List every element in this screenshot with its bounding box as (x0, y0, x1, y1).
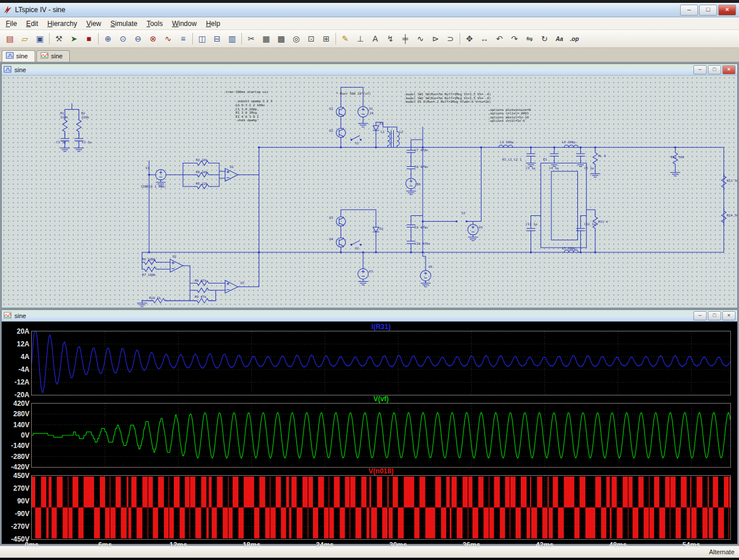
tab-schematic-sine[interactable]: sine (2, 50, 35, 62)
menu-file[interactable]: File (1, 18, 21, 29)
inductor-button[interactable]: ∿ (413, 31, 428, 46)
x-tick-label: 24ms (316, 541, 334, 549)
schematic-maximize-button[interactable]: □ (708, 65, 721, 74)
menu-window[interactable]: Window (167, 18, 201, 29)
move-button[interactable]: ✥ (462, 31, 477, 46)
diode-button[interactable]: ⊳ (428, 31, 443, 46)
svg-text:* Rser 500 10^(vf): * Rser 500 10^(vf) (336, 92, 371, 95)
schematic-window-titlebar[interactable]: sine – □ × (2, 64, 737, 76)
svg-text:R5 22k: R5 22k (196, 182, 208, 185)
redo-button[interactable]: ↷ (507, 31, 522, 46)
y-tick-label: 140V (13, 421, 29, 429)
y-tick-label: -20A (14, 391, 29, 399)
open-file-button[interactable]: ▱ (17, 31, 32, 46)
svg-text:D1: D1 (379, 122, 383, 125)
mdi-area: sine – □ × (0, 62, 739, 546)
schematic-minimize-button[interactable]: – (693, 65, 707, 74)
zoom-out-button[interactable]: ⊖ (130, 31, 145, 46)
schematic-spice-directives: .tran 100ms startup uic.subckt opamp 1 2… (224, 90, 531, 123)
resistor-button[interactable]: ↯ (383, 31, 398, 46)
copy-button[interactable]: ▦ (259, 31, 274, 46)
plot-pane-2: 420V280V140V0V-140V-280V-420V (3, 404, 730, 467)
draw-wire-button[interactable]: ✎ (338, 31, 353, 46)
waveform-icon (3, 312, 12, 320)
toolbar-separator (241, 33, 242, 44)
y-tick-label: 90V (17, 497, 29, 505)
x-tick-label: 30ms (389, 541, 407, 549)
svg-text:R12 560: R12 560 (671, 155, 684, 159)
menu-edit[interactable]: Edit (21, 18, 43, 29)
tab-waveform-sine[interactable]: sine (36, 50, 70, 62)
trace-1 (32, 331, 730, 393)
svg-text:S3: S3 (461, 211, 465, 215)
ltspice-main-window: LTspice IV - sine – □ × FileEditHierarch… (0, 0, 739, 560)
autorange-y-axis-button[interactable]: ∿ (161, 31, 176, 46)
svg-text:110k: 110k (60, 115, 68, 119)
toolbar-separator (192, 33, 193, 44)
rotate-button[interactable]: ↻ (537, 31, 552, 46)
control-panel-button[interactable]: ⚒ (51, 31, 66, 46)
waveform-maximize-button[interactable]: □ (708, 311, 721, 320)
paste-button[interactable]: ▩ (274, 31, 289, 46)
svg-text:Q4: Q4 (329, 237, 333, 241)
minimize-button[interactable]: – (680, 5, 698, 16)
component-button[interactable]: ⊃ (443, 31, 458, 46)
ground-button[interactable]: ⊥ (353, 31, 368, 46)
window-title: LTspice IV - sine (15, 6, 680, 14)
schematic-icon (6, 52, 14, 60)
menu-view[interactable]: View (81, 18, 106, 29)
print-button[interactable]: ⊞ (319, 31, 334, 46)
label-net-button[interactable]: A (368, 31, 383, 46)
plot-area-1[interactable] (32, 331, 730, 395)
menubar: FileEditHierarchyViewSimulateToolsWindow… (0, 17, 739, 30)
zoom-area-button[interactable]: ⊙ (115, 31, 130, 46)
tile-vertically-button[interactable]: ◫ (195, 31, 210, 46)
schematic-close-button[interactable]: × (722, 65, 736, 74)
y-tick-label: 4A (21, 353, 29, 361)
toolbar-separator (460, 33, 460, 44)
menu-simulate[interactable]: Simulate (106, 18, 142, 29)
plot-area-3[interactable] (32, 476, 730, 539)
svg-text:R31 4: R31 4 (598, 220, 608, 223)
capacitor-button[interactable]: ╪ (398, 31, 413, 46)
run-button[interactable]: ➤ (66, 31, 81, 46)
x-tick-label: 42ms (536, 541, 554, 549)
zoom-full-extents-button[interactable]: ⊗ (145, 31, 161, 46)
print-preview-button[interactable]: ⊡ (304, 31, 319, 46)
zoom-in-button[interactable]: ⊕ (100, 31, 115, 46)
mirror-button[interactable]: ⇋ (522, 31, 537, 46)
schematic-window: sine – □ × (1, 64, 738, 308)
save-button[interactable]: ▣ (32, 31, 47, 46)
drag-button[interactable]: ↔ (477, 31, 492, 46)
svg-text:R10 1k: R10 1k (149, 296, 161, 300)
tile-horizontally-button[interactable]: ⊟ (210, 31, 225, 46)
svg-text:D2: D2 (379, 227, 383, 230)
cascade-windows-button[interactable]: ▥ (225, 31, 240, 46)
plot-area-2[interactable] (32, 404, 730, 467)
close-button[interactable]: × (718, 5, 736, 16)
main-titlebar[interactable]: LTspice IV - sine – □ × (0, 3, 739, 17)
menu-hierarchy[interactable]: Hierarchy (43, 18, 81, 29)
maximize-button[interactable]: □ (699, 5, 717, 16)
menu-help[interactable]: Help (201, 18, 225, 29)
y-tick-label: 420V (13, 400, 29, 408)
svg-text:L1: L1 (380, 130, 385, 133)
spice-directive-button[interactable]: .op (567, 31, 582, 46)
waveform-close-button[interactable]: × (722, 311, 736, 320)
menu-tools[interactable]: Tools (142, 18, 167, 29)
undo-button[interactable]: ↶ (492, 31, 507, 46)
new-schematic-button[interactable]: ▤ (2, 31, 17, 46)
svg-text:R2: R2 (81, 111, 85, 115)
svg-text:R6 100k: R6 100k (142, 257, 156, 261)
cut-button[interactable]: ✂ (244, 31, 259, 46)
schematic-component-labels: R1110kR2220kC1 1µC2 1µV1SINE(0 1 500)R3 … (56, 107, 737, 300)
find-button[interactable]: ◎ (289, 31, 304, 46)
view-netlist-button[interactable]: ≡ (176, 31, 191, 46)
text-button[interactable]: Aa (552, 31, 567, 46)
waveform-minimize-button[interactable]: – (693, 311, 707, 320)
svg-text:Q2: Q2 (329, 129, 333, 132)
schematic-canvas[interactable]: R1110kR2220kC1 1µC2 1µV1SINE(0 1 500)R3 … (2, 76, 737, 308)
halt-button[interactable]: ■ (81, 31, 96, 46)
x-tick-label: 48ms (609, 541, 627, 549)
waveform-window-titlebar[interactable]: sine – □ × (2, 310, 737, 322)
